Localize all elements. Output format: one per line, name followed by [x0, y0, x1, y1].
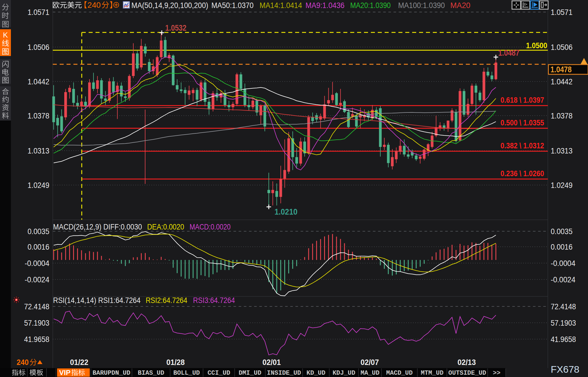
svg-text:1.0378: 1.0378: [551, 111, 573, 120]
svg-text:MA20: MA20: [450, 1, 470, 10]
svg-text:0.0035: 0.0035: [551, 227, 573, 236]
svg-text:02/13: 02/13: [457, 358, 476, 367]
svg-text:MA20:1.0390: MA20:1.0390: [350, 1, 391, 10]
svg-text:RSI2:64.7264: RSI2:64.7264: [146, 296, 187, 305]
svg-text:RSI(14,14,14) RSI1:64.7264: RSI(14,14,14) RSI1:64.7264: [53, 296, 141, 305]
svg-text:01/22: 01/22: [70, 358, 88, 367]
svg-text:MACD_UD: MACD_UD: [386, 370, 412, 377]
svg-text:MA100:1.0390: MA100:1.0390: [398, 1, 445, 10]
svg-text:VIP: VIP: [59, 369, 71, 376]
svg-text:-0.0024: -0.0024: [25, 275, 49, 284]
svg-text:BARUPDN_UD: BARUPDN_UD: [92, 370, 130, 377]
svg-text:1.0378: 1.0378: [28, 111, 49, 120]
svg-text:0.236 \ 1.0260: 0.236 \ 1.0260: [501, 169, 544, 178]
svg-text:MACD:0.0020: MACD:0.0020: [190, 222, 231, 231]
svg-text:DMI_UD: DMI_UD: [239, 370, 261, 377]
svg-text:1.0249: 1.0249: [28, 181, 49, 190]
svg-text:-0.0024: -0.0024: [551, 275, 575, 284]
svg-text:-0.0004: -0.0004: [551, 259, 575, 268]
svg-text:57.1903: 57.1903: [551, 318, 576, 327]
svg-text:0.500 \ 1.0355: 0.500 \ 1.0355: [501, 118, 544, 127]
svg-text:1.0506: 1.0506: [28, 43, 49, 52]
svg-text:02/01: 02/01: [262, 358, 281, 367]
svg-text:1.0571: 1.0571: [28, 8, 49, 17]
svg-text:1.0500: 1.0500: [526, 41, 547, 50]
svg-text:1.0532: 1.0532: [165, 23, 186, 32]
svg-text:BOLL_UD: BOLL_UD: [173, 370, 200, 377]
svg-text:01/28: 01/28: [166, 358, 185, 367]
svg-text:CCI_UD: CCI_UD: [207, 370, 230, 377]
svg-text:1.0506: 1.0506: [551, 43, 573, 52]
svg-text:0.618 \ 1.0397: 0.618 \ 1.0397: [501, 96, 544, 104]
svg-text:41.9658: 41.9658: [551, 335, 576, 344]
svg-text:MA50:1.0370: MA50:1.0370: [211, 1, 254, 10]
svg-text:240: 240: [87, 1, 101, 9]
svg-text:BIAS_UD: BIAS_UD: [138, 370, 164, 377]
svg-text:MACD(26,12,9) DIFF:0.0030: MACD(26,12,9) DIFF:0.0030: [53, 222, 142, 231]
svg-text:240: 240: [17, 358, 29, 367]
svg-text:0.382 \ 1.0312: 0.382 \ 1.0312: [501, 141, 544, 150]
svg-text:0.0035: 0.0035: [28, 227, 49, 236]
svg-text:FX678: FX678: [551, 364, 579, 375]
svg-text:INSIDE_UD: INSIDE_UD: [267, 370, 301, 377]
svg-text:1.0442: 1.0442: [28, 77, 49, 86]
svg-text:57.1903: 57.1903: [24, 318, 49, 327]
svg-text:02/07: 02/07: [361, 358, 379, 367]
svg-text:DEA:0.0020: DEA:0.0020: [147, 222, 184, 231]
svg-text:MA14:1.0414: MA14:1.0414: [260, 1, 302, 10]
svg-text:>>: >>: [493, 370, 500, 377]
svg-text:-0.0004: -0.0004: [25, 259, 49, 268]
svg-text:1.0442: 1.0442: [551, 77, 573, 86]
svg-text:K: K: [3, 31, 8, 39]
svg-text:RSI3:64.7264: RSI3:64.7264: [193, 296, 235, 305]
svg-text:OUTSIDE_UD: OUTSIDE_UD: [448, 370, 486, 377]
svg-text:MTM_UD: MTM_UD: [421, 370, 443, 377]
svg-text:1.0249: 1.0249: [551, 181, 573, 190]
svg-text:KDJ_UD: KDJ_UD: [332, 370, 355, 377]
svg-text:MA_UD: MA_UD: [361, 370, 379, 377]
svg-text:1.0210: 1.0210: [274, 207, 297, 216]
svg-text:1.0313: 1.0313: [551, 146, 573, 155]
svg-text:0.0016: 0.0016: [28, 242, 49, 251]
svg-text:KD_UD: KD_UD: [306, 370, 325, 377]
svg-text:1.0313: 1.0313: [28, 146, 49, 155]
svg-text:72.4148: 72.4148: [551, 302, 576, 311]
svg-text:1.0571: 1.0571: [551, 8, 573, 17]
svg-text:MA(50,14,9,20,100,200): MA(50,14,9,20,100,200): [131, 1, 208, 10]
svg-text:72.4148: 72.4148: [24, 302, 49, 311]
svg-text:1.0487: 1.0487: [498, 48, 519, 57]
svg-text:MA9:1.0436: MA9:1.0436: [305, 1, 344, 10]
svg-text:1.0478: 1.0478: [550, 65, 572, 74]
svg-text:41.9658: 41.9658: [24, 335, 49, 344]
svg-text:0.0016: 0.0016: [551, 242, 573, 251]
